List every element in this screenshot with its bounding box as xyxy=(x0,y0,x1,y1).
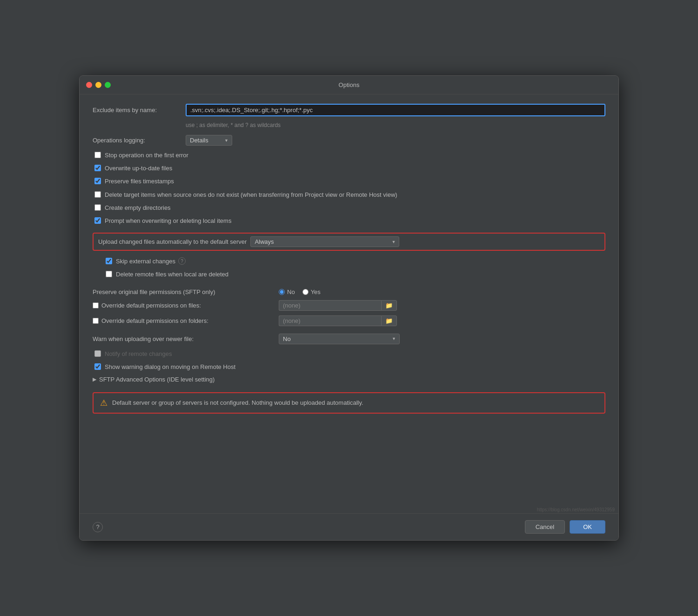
prompt-overwriting-checkbox[interactable] xyxy=(94,217,101,224)
override-files-label-group: Override default permissions on files: xyxy=(93,302,279,309)
override-folders-folder-button[interactable]: 📁 xyxy=(381,315,397,326)
override-files-input[interactable] xyxy=(279,300,381,311)
warn-select-wrapper: No Yes xyxy=(279,334,400,344)
override-files-row: Override default permissions on files: 📁 xyxy=(93,300,605,311)
warn-uploading-row: Warn when uploading over newer file: No … xyxy=(93,334,605,344)
operations-logging-select-wrapper: Details Info None xyxy=(186,135,232,146)
create-empty-dirs-checkbox[interactable] xyxy=(94,204,101,211)
upload-always-select-wrapper: Always Never On explicit save action xyxy=(250,236,399,247)
stop-on-error-label: Stop operation on the first error xyxy=(105,151,188,160)
skip-external-checkbox[interactable] xyxy=(106,258,112,264)
cancel-button[interactable]: Cancel xyxy=(525,520,565,534)
stop-on-error-checkbox[interactable] xyxy=(94,152,101,158)
override-folders-row: Override default permissions on folders:… xyxy=(93,315,605,326)
exclude-row: Exclude items by name: xyxy=(93,104,605,116)
override-folders-input[interactable] xyxy=(279,315,381,326)
skip-external-section: Skip external changes ? Delete remote fi… xyxy=(93,257,605,283)
warn-uploading-select[interactable]: No Yes xyxy=(279,334,400,344)
preserve-timestamps-label: Preserve files timestamps xyxy=(105,177,174,186)
overwrite-uptodate-row: Overwrite up-to-date files xyxy=(93,164,605,173)
skip-external-label: Skip external changes xyxy=(116,257,175,266)
preserve-permissions-no-radio[interactable] xyxy=(279,289,285,295)
preserve-permissions-yes-radio[interactable] xyxy=(302,289,309,295)
operations-logging-select[interactable]: Details Info None xyxy=(186,135,232,146)
create-empty-dirs-row: Create empty directories xyxy=(93,204,605,212)
prompt-overwriting-row: Prompt when overwriting or deleting loca… xyxy=(93,217,605,225)
override-folders-checkbox[interactable] xyxy=(93,318,99,324)
notify-remote-row: Notify of remote changes xyxy=(93,350,605,358)
preserve-permissions-yes-option[interactable]: Yes xyxy=(302,288,321,295)
override-files-checkbox[interactable] xyxy=(93,302,99,308)
preserve-timestamps-row: Preserve files timestamps xyxy=(93,177,605,186)
delete-remote-checkbox[interactable] xyxy=(106,271,112,277)
close-button[interactable] xyxy=(86,82,92,88)
delete-remote-label: Delete remote files when local are delet… xyxy=(116,270,228,279)
override-folders-label-group: Override default permissions on folders: xyxy=(93,317,279,324)
options-dialog: Options Exclude items by name: use ; as … xyxy=(79,75,619,541)
override-files-folder-button[interactable]: 📁 xyxy=(381,300,397,311)
exclude-hint: use ; as delimiter, * and ? as wildcards xyxy=(186,122,605,128)
dialog-title: Options xyxy=(339,81,360,88)
delete-target-label: Delete target items when source ones do … xyxy=(105,191,397,199)
ok-button[interactable]: OK xyxy=(570,520,605,534)
upload-changed-label: Upload changed files automatically xyxy=(98,238,194,245)
exclude-label: Exclude items by name: xyxy=(93,107,186,114)
title-bar: Options xyxy=(80,76,618,94)
dialog-footer: ? Cancel OK xyxy=(80,513,618,540)
create-empty-dirs-label: Create empty directories xyxy=(105,204,171,212)
show-warning-dialog-label: Show warning dialog on moving on Remote … xyxy=(105,363,235,371)
skip-external-row: Skip external changes ? xyxy=(104,257,605,266)
delete-target-checkbox[interactable] xyxy=(94,191,101,198)
preserve-permissions-row: Preserve original file permissions (SFTP… xyxy=(93,288,605,295)
override-files-label: Override default permissions on files: xyxy=(101,302,201,309)
warn-uploading-label: Warn when uploading over newer file: xyxy=(93,335,279,342)
skip-external-help-icon[interactable]: ? xyxy=(178,257,186,265)
delete-remote-row: Delete remote files when local are delet… xyxy=(104,270,605,279)
override-folders-field-group: 📁 xyxy=(279,315,397,326)
stop-on-error-row: Stop operation on the first error xyxy=(93,151,605,160)
preserve-permissions-no-label: No xyxy=(287,288,295,295)
exclude-input[interactable] xyxy=(186,104,605,116)
notify-remote-label: Notify of remote changes xyxy=(105,350,172,358)
preserve-permissions-label: Preserve original file permissions (SFTP… xyxy=(93,288,279,295)
sftp-advanced-label: SFTP Advanced Options (IDE level setting… xyxy=(99,376,215,383)
upload-changed-row: Upload changed files automatically to th… xyxy=(93,233,605,251)
preserve-timestamps-checkbox[interactable] xyxy=(94,178,101,184)
operations-logging-row: Operations logging: Details Info None xyxy=(93,135,605,146)
footer-left: ? xyxy=(93,522,103,532)
warning-banner: ⚠ Default server or group of servers is … xyxy=(93,392,605,414)
footer-right: Cancel OK xyxy=(525,520,605,534)
delete-target-row: Delete target items when source ones do … xyxy=(93,191,605,199)
override-folders-label: Override default permissions on folders: xyxy=(101,317,208,324)
overwrite-uptodate-checkbox[interactable] xyxy=(94,165,101,171)
preserve-permissions-no-option[interactable]: No xyxy=(279,288,295,295)
maximize-button[interactable] xyxy=(105,82,111,88)
dialog-content: Exclude items by name: use ; as delimite… xyxy=(80,94,618,507)
help-button[interactable]: ? xyxy=(93,522,103,532)
warning-text: Default server or group of servers is no… xyxy=(112,399,363,406)
sftp-chevron-icon: ▶ xyxy=(93,376,96,382)
minimize-button[interactable] xyxy=(95,82,101,88)
show-warning-dialog-row: Show warning dialog on moving on Remote … xyxy=(93,363,605,371)
preserve-permissions-radio-group: No Yes xyxy=(279,288,321,295)
preserve-permissions-yes-label: Yes xyxy=(311,288,321,295)
override-files-field-group: 📁 xyxy=(279,300,397,311)
upload-always-select[interactable]: Always Never On explicit save action xyxy=(250,236,399,247)
notify-remote-checkbox[interactable] xyxy=(94,350,101,357)
sftp-advanced-row[interactable]: ▶ SFTP Advanced Options (IDE level setti… xyxy=(93,376,605,383)
upload-changed-suffix: to the default server xyxy=(194,238,247,245)
prompt-overwriting-label: Prompt when overwriting or deleting loca… xyxy=(105,217,231,225)
warning-icon: ⚠ xyxy=(100,398,107,408)
window-controls xyxy=(86,82,111,88)
operations-logging-label: Operations logging: xyxy=(93,137,186,144)
url-watermark: https://blog.csdn.net/weixin/49312959 xyxy=(80,507,618,513)
show-warning-dialog-checkbox[interactable] xyxy=(94,363,101,370)
overwrite-uptodate-label: Overwrite up-to-date files xyxy=(105,164,172,173)
